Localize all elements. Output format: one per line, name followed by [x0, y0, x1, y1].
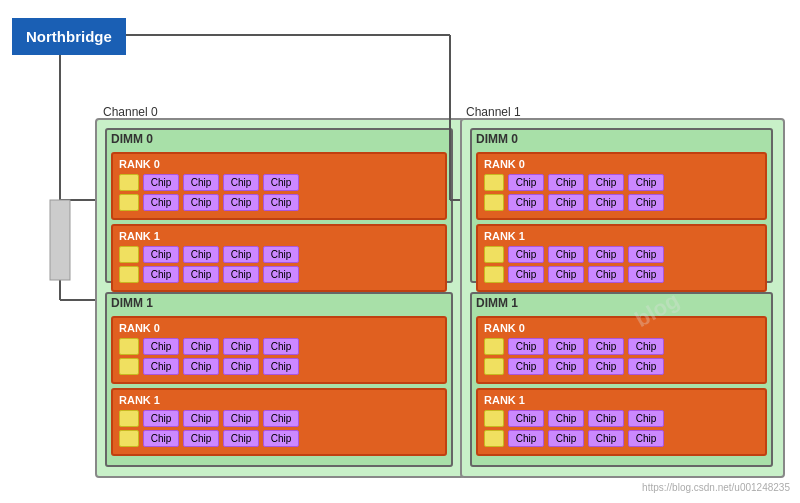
chip-row: Chip Chip Chip Chip [119, 410, 439, 427]
chip: Chip [143, 338, 179, 355]
chip: Chip [508, 266, 544, 283]
chip: Chip [183, 174, 219, 191]
rank1-dimm1-ch1-label: RANK 1 [484, 394, 759, 406]
rank0-dimm0-ch1: RANK 0 Chip Chip Chip Chip Chip Chip Chi… [476, 152, 767, 220]
chip: Chip [548, 194, 584, 211]
rank1-dimm1-ch1: RANK 1 Chip Chip Chip Chip Chip Chip Chi… [476, 388, 767, 456]
chip: Chip [183, 410, 219, 427]
channel1-container: DIMM 0 RANK 0 Chip Chip Chip Chip Chip C… [460, 118, 785, 478]
dimm1-ch1: DIMM 1 RANK 0 Chip Chip Chip Chip Chip C… [470, 292, 773, 467]
chip: Chip [263, 338, 299, 355]
chip-yellow [484, 266, 504, 283]
chip-yellow [484, 338, 504, 355]
rank0-dimm1-ch0-label: RANK 0 [119, 322, 439, 334]
chip: Chip [263, 246, 299, 263]
channel0-container: DIMM 0 RANK 0 Chip Chip Chip Chip Chip C… [95, 118, 465, 478]
chip: Chip [548, 410, 584, 427]
chip: Chip [263, 358, 299, 375]
chip: Chip [588, 410, 624, 427]
chip: Chip [223, 174, 259, 191]
channel1-label: Channel 1 [466, 105, 521, 119]
chip: Chip [183, 194, 219, 211]
chip-yellow [119, 358, 139, 375]
chip-row: Chip Chip Chip Chip [484, 338, 759, 355]
chip: Chip [263, 430, 299, 447]
chip-row: Chip Chip Chip Chip [119, 194, 439, 211]
chip-row: Chip Chip Chip Chip [484, 246, 759, 263]
chip-row: Chip Chip Chip Chip [119, 358, 439, 375]
dimm0-ch0: DIMM 0 RANK 0 Chip Chip Chip Chip Chip C… [105, 128, 453, 283]
chip: Chip [223, 338, 259, 355]
chip: Chip [183, 358, 219, 375]
chip-yellow [484, 410, 504, 427]
chip-row: Chip Chip Chip Chip [119, 246, 439, 263]
chip: Chip [143, 358, 179, 375]
chip: Chip [628, 410, 664, 427]
chip: Chip [628, 174, 664, 191]
dimm1-ch0: DIMM 1 RANK 0 Chip Chip Chip Chip Chip C… [105, 292, 453, 467]
chip-yellow [119, 338, 139, 355]
chip: Chip [508, 174, 544, 191]
chip-row: Chip Chip Chip Chip [484, 194, 759, 211]
chip: Chip [548, 174, 584, 191]
chip-row: Chip Chip Chip Chip [119, 430, 439, 447]
rank0-dimm1-ch1-label: RANK 0 [484, 322, 759, 334]
chip-row: Chip Chip Chip Chip [119, 266, 439, 283]
chip: Chip [143, 174, 179, 191]
chip: Chip [588, 266, 624, 283]
chip-yellow [119, 410, 139, 427]
chip: Chip [508, 246, 544, 263]
chip-row: Chip Chip Chip Chip [484, 410, 759, 427]
chip-yellow [119, 246, 139, 263]
northbridge-label: Northbridge [26, 28, 112, 45]
chip: Chip [263, 266, 299, 283]
dimm0-ch1: DIMM 0 RANK 0 Chip Chip Chip Chip Chip C… [470, 128, 773, 283]
chip: Chip [143, 266, 179, 283]
chip: Chip [588, 358, 624, 375]
chip: Chip [548, 358, 584, 375]
northbridge-box: Northbridge [12, 18, 126, 55]
main-container: Northbridge Channel 0 Channel 1 DIMM 0 R… [0, 0, 800, 503]
chip-yellow [484, 194, 504, 211]
chip: Chip [183, 338, 219, 355]
chip-row: Chip Chip Chip Chip [484, 174, 759, 191]
dimm0-ch1-label: DIMM 0 [472, 130, 771, 148]
chip: Chip [508, 194, 544, 211]
chip: Chip [508, 338, 544, 355]
chip-yellow [484, 430, 504, 447]
rank0-dimm0-ch0-label: RANK 0 [119, 158, 439, 170]
chip-row: Chip Chip Chip Chip [484, 430, 759, 447]
rank1-dimm0-ch1: RANK 1 Chip Chip Chip Chip Chip Chip Chi… [476, 224, 767, 292]
chip-row: Chip Chip Chip Chip [119, 338, 439, 355]
chip: Chip [223, 266, 259, 283]
chip: Chip [223, 246, 259, 263]
chip: Chip [508, 410, 544, 427]
rank1-dimm1-ch0-label: RANK 1 [119, 394, 439, 406]
chip: Chip [588, 194, 624, 211]
chip: Chip [628, 194, 664, 211]
chip: Chip [223, 194, 259, 211]
chip: Chip [263, 174, 299, 191]
chip-yellow [484, 246, 504, 263]
rank0-dimm0-ch0: RANK 0 Chip Chip Chip Chip Chip Chip Chi… [111, 152, 447, 220]
chip: Chip [508, 430, 544, 447]
chip: Chip [143, 246, 179, 263]
chip-yellow [119, 430, 139, 447]
chip: Chip [183, 430, 219, 447]
chip-yellow [119, 194, 139, 211]
chip: Chip [588, 174, 624, 191]
watermark-url: https://blog.csdn.net/u001248235 [642, 482, 790, 493]
chip: Chip [223, 430, 259, 447]
rank0-dimm1-ch1: RANK 0 Chip Chip Chip Chip Chip Chip Chi… [476, 316, 767, 384]
chip: Chip [548, 266, 584, 283]
rank0-dimm0-ch1-label: RANK 0 [484, 158, 759, 170]
chip-row: Chip Chip Chip Chip [119, 174, 439, 191]
chip-row: Chip Chip Chip Chip [484, 358, 759, 375]
chip: Chip [628, 246, 664, 263]
svg-rect-7 [50, 200, 70, 280]
chip: Chip [628, 358, 664, 375]
rank1-dimm0-ch0-label: RANK 1 [119, 230, 439, 242]
rank0-dimm1-ch0: RANK 0 Chip Chip Chip Chip Chip Chip Chi… [111, 316, 447, 384]
chip: Chip [143, 430, 179, 447]
chip: Chip [588, 430, 624, 447]
